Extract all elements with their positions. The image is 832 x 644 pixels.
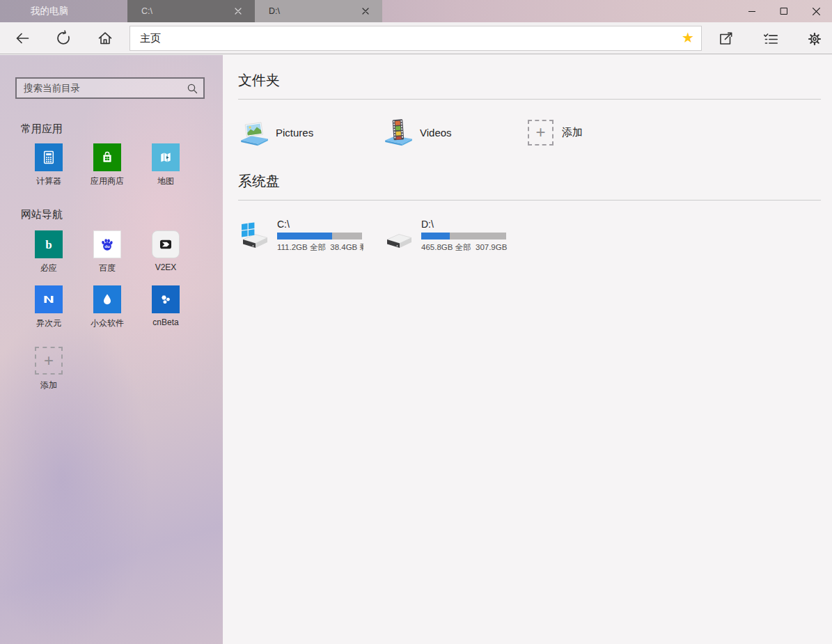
- window-controls: [736, 0, 832, 22]
- site-yicihyuan[interactable]: 异次元: [19, 285, 78, 329]
- tab-label: C:\: [141, 6, 231, 16]
- tab-c-drive[interactable]: C:\: [127, 0, 255, 22]
- site-nav-grid: b 必应 du: [19, 230, 195, 329]
- baidu-icon: du: [93, 230, 121, 258]
- search-input[interactable]: [17, 83, 185, 93]
- app-label: 地图: [157, 175, 174, 187]
- tab-label: D:\: [269, 6, 359, 16]
- add-plus-icon: +: [35, 347, 63, 375]
- tabstrip: C:\ D:\: [127, 0, 382, 22]
- drive-name: D:\: [421, 219, 508, 230]
- tab-close-icon[interactable]: [231, 4, 245, 18]
- maximize-button[interactable]: [768, 0, 800, 22]
- add-label: 添加: [562, 126, 583, 139]
- address-bar[interactable]: ★: [129, 26, 702, 51]
- app-label: 应用商店: [91, 175, 124, 187]
- app-maps[interactable]: 地图: [136, 143, 195, 187]
- titlebar: 我的电脑 C:\ D:\: [0, 0, 832, 22]
- section-title-common-apps: 常用应用: [21, 123, 63, 136]
- drive-c[interactable]: C:\ 111.2GB 全部 38.4GB 剩余: [238, 219, 382, 253]
- search-box[interactable]: [15, 77, 205, 99]
- drive-free: 38.4GB 剩余: [330, 243, 363, 251]
- drive-usage-fill: [277, 233, 332, 239]
- v2ex-icon: [152, 230, 180, 258]
- app-window: 我的电脑 C:\ D:\: [0, 0, 832, 644]
- section-divider: [238, 99, 821, 100]
- yicihyuan-icon: [35, 285, 63, 313]
- site-label: 百度: [99, 262, 116, 274]
- refresh-button[interactable]: [55, 30, 72, 47]
- section-divider: [238, 200, 821, 201]
- folder-videos[interactable]: Videos: [382, 116, 526, 148]
- folder-label: Pictures: [276, 127, 313, 139]
- main-content: 文件夹 Pictures: [223, 55, 832, 644]
- drive-caption: 111.2GB 全部 38.4GB 剩余: [277, 242, 363, 253]
- sidebar-add-button[interactable]: + 添加: [35, 347, 63, 391]
- site-bing[interactable]: b 必应: [19, 230, 78, 274]
- calculator-icon: [35, 143, 63, 171]
- drive-name: C:\: [277, 219, 363, 230]
- search-icon[interactable]: [185, 81, 203, 95]
- drives-section-title: 系统盘: [238, 172, 821, 191]
- svg-text:du: du: [104, 244, 110, 249]
- bing-icon: b: [35, 230, 63, 258]
- folder-pictures[interactable]: Pictures: [238, 116, 382, 148]
- add-plus-icon: +: [528, 120, 554, 146]
- drives-row: C:\ 111.2GB 全部 38.4GB 剩余: [238, 219, 821, 253]
- folders-add-button[interactable]: + 添加: [526, 116, 583, 148]
- home-button[interactable]: [97, 30, 113, 47]
- drive-info: C:\ 111.2GB 全部 38.4GB 剩余: [277, 219, 363, 253]
- drive-free: 307.9GB 剩余: [476, 243, 508, 251]
- folders-section-title: 文件夹: [238, 71, 821, 90]
- site-label: cnBeta: [152, 317, 178, 327]
- drive-c-icon: [238, 221, 271, 253]
- site-xiaozhong[interactable]: 小众软件: [78, 285, 136, 329]
- close-button[interactable]: [800, 0, 832, 22]
- site-label: 异次元: [36, 317, 61, 329]
- share-icon[interactable]: [716, 30, 735, 48]
- folder-label: Videos: [420, 127, 452, 139]
- drive-info: D:\ 465.8GB 全部 307.9GB 剩余: [421, 219, 508, 253]
- drive-total: 111.2GB 全部: [277, 243, 326, 251]
- xiaozhong-drop-icon: [93, 285, 121, 313]
- drive-usage-fill: [421, 233, 450, 239]
- maps-icon: [152, 143, 180, 171]
- folders-row: Pictures: [238, 116, 821, 148]
- address-input[interactable]: [130, 33, 677, 45]
- site-cnbeta[interactable]: cnBeta: [136, 285, 195, 329]
- cnbeta-icon: [152, 285, 180, 313]
- sidebar: 常用应用 计算器: [0, 55, 223, 644]
- hub-list-icon[interactable]: [762, 30, 780, 48]
- drive-usage-bar: [421, 233, 506, 239]
- toolbar: ★: [0, 22, 832, 54]
- drive-d[interactable]: D:\ 465.8GB 全部 307.9GB 剩余: [382, 219, 526, 253]
- site-v2ex[interactable]: V2EX: [136, 230, 195, 274]
- common-apps-grid: 计算器 应用商店: [19, 143, 195, 187]
- site-label: 必应: [40, 262, 57, 274]
- store-icon: [93, 143, 121, 171]
- site-label: V2EX: [155, 262, 177, 272]
- drive-d-icon: [382, 221, 415, 253]
- settings-gear-icon[interactable]: [806, 30, 824, 48]
- tab-close-icon[interactable]: [359, 4, 372, 18]
- app-store[interactable]: 应用商店: [78, 143, 136, 187]
- minimize-button[interactable]: [736, 0, 768, 22]
- drive-total: 465.8GB 全部: [421, 243, 471, 251]
- app-calculator[interactable]: 计算器: [19, 143, 78, 187]
- svg-text:b: b: [45, 238, 52, 251]
- back-button[interactable]: [14, 30, 31, 47]
- tab-d-drive[interactable]: D:\: [255, 0, 382, 22]
- app-title: 我的电脑: [31, 0, 68, 22]
- drive-usage-bar: [277, 233, 362, 239]
- drive-caption: 465.8GB 全部 307.9GB 剩余: [421, 242, 508, 253]
- section-title-site-nav: 网站导航: [21, 208, 63, 221]
- app-label: 计算器: [36, 175, 61, 187]
- site-label: 小众软件: [91, 317, 124, 329]
- add-label: 添加: [40, 379, 57, 391]
- pictures-folder-icon: [238, 116, 270, 148]
- videos-folder-icon: [382, 116, 414, 148]
- favorite-star-icon[interactable]: ★: [677, 31, 701, 46]
- site-baidu[interactable]: du 百度: [78, 230, 136, 274]
